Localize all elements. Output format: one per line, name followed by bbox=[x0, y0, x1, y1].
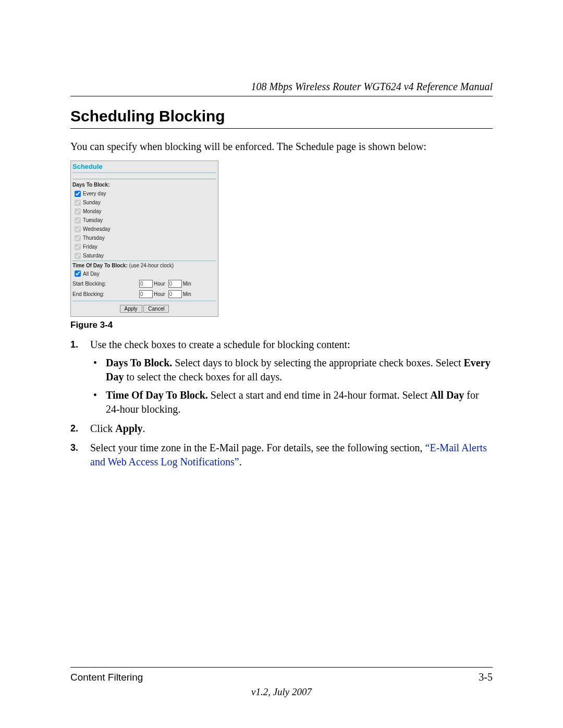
day-label: Wednesday bbox=[83, 225, 111, 233]
day-label: Sunday bbox=[83, 199, 101, 207]
checkbox-all-day[interactable] bbox=[75, 270, 81, 277]
end-hour-input[interactable] bbox=[139, 290, 153, 298]
separator bbox=[72, 261, 216, 261]
day-label: Friday bbox=[83, 243, 97, 251]
day-label: Thursday bbox=[83, 234, 105, 242]
all-day-row[interactable]: All Day bbox=[75, 270, 100, 277]
day-row-thursday[interactable]: Thursday bbox=[75, 234, 105, 242]
footer-rule bbox=[70, 667, 493, 668]
checkbox-monday[interactable] bbox=[75, 208, 81, 215]
start-blocking-label: Start Blocking: bbox=[72, 281, 139, 287]
end-blocking-label: End Blocking: bbox=[72, 291, 139, 297]
bullet-time-of-day: • Time Of Day To Block. Select a start a… bbox=[90, 388, 493, 416]
list-item-3: 3. Select your time zone in the E-Mail p… bbox=[70, 441, 493, 469]
day-row-wednesday[interactable]: Wednesday bbox=[75, 225, 111, 233]
checkbox-thursday[interactable] bbox=[75, 235, 81, 241]
end-blocking-row: End Blocking: Hour Min bbox=[72, 289, 216, 299]
heading-rule bbox=[70, 128, 493, 129]
list-text-end: . bbox=[239, 456, 242, 467]
header-rule bbox=[70, 96, 493, 96]
start-blocking-row: Start Blocking: Hour Min bbox=[72, 279, 216, 288]
section-heading: Scheduling Blocking bbox=[70, 107, 225, 125]
list-text-end: . bbox=[143, 423, 145, 434]
list-text: Select your time zone in the E-Mail page… bbox=[90, 442, 425, 453]
day-label: Monday bbox=[83, 207, 102, 216]
list-text: Use the check boxes to create a schedule… bbox=[90, 339, 350, 350]
day-label: Saturday bbox=[83, 252, 104, 260]
footer-version: v1.2, July 2007 bbox=[0, 686, 563, 698]
list-item-2: 2. Click Apply. bbox=[70, 422, 493, 436]
schedule-panel: Schedule Days To Block: Every day Sunday… bbox=[70, 161, 218, 317]
day-row-friday[interactable]: Friday bbox=[75, 243, 97, 251]
time-of-day-label: Time Of Day To Block: (use 24-hour clock… bbox=[72, 263, 174, 268]
cancel-button[interactable]: Cancel bbox=[143, 305, 169, 313]
doc-title: 108 Mbps Wireless Router WGT624 v4 Refer… bbox=[251, 81, 493, 93]
day-row-tuesday[interactable]: Tuesday bbox=[75, 216, 103, 225]
separator bbox=[72, 179, 216, 179]
separator bbox=[72, 172, 216, 173]
day-row-monday[interactable]: Monday bbox=[75, 207, 102, 216]
end-min-input[interactable] bbox=[168, 290, 182, 298]
list-item-1: 1. Use the check boxes to create a sched… bbox=[70, 338, 493, 416]
footer-page-number: 3-5 bbox=[479, 671, 493, 683]
day-label: Every day bbox=[83, 190, 106, 198]
apply-bold: Apply bbox=[115, 423, 142, 434]
schedule-title: Schedule bbox=[72, 163, 103, 170]
bullet-text: Select days to block by selecting the ap… bbox=[172, 357, 463, 368]
day-row-saturday[interactable]: Saturday bbox=[75, 252, 104, 260]
checkbox-friday[interactable] bbox=[75, 244, 81, 250]
bullet-days-to-block: • Days To Block. Select days to block by… bbox=[90, 356, 493, 384]
checkbox-everyday[interactable] bbox=[75, 191, 81, 197]
list-number: 2. bbox=[70, 422, 78, 436]
checkbox-tuesday[interactable] bbox=[75, 217, 81, 224]
checkbox-wednesday[interactable] bbox=[75, 226, 81, 232]
unit-hour: Hour bbox=[154, 281, 165, 287]
start-hour-input[interactable] bbox=[139, 280, 153, 288]
start-min-input[interactable] bbox=[168, 280, 182, 288]
bullet-bold: Time Of Day To Block. bbox=[106, 389, 208, 401]
time-of-day-bold: Time Of Day To Block: bbox=[72, 263, 128, 268]
list-number: 3. bbox=[70, 441, 78, 455]
days-to-block-label: Days To Block: bbox=[72, 182, 110, 188]
figure-caption: Figure 3-4 bbox=[70, 320, 113, 330]
footer-chapter: Content Filtering bbox=[70, 672, 143, 683]
unit-min: Min bbox=[183, 291, 191, 297]
checkbox-sunday[interactable] bbox=[75, 200, 81, 206]
intro-paragraph: You can specify when blocking will be en… bbox=[70, 139, 493, 154]
day-label: Tuesday bbox=[83, 216, 103, 225]
button-row: Apply Cancel bbox=[71, 305, 218, 313]
checkbox-saturday[interactable] bbox=[75, 253, 81, 259]
list-number: 1. bbox=[70, 338, 78, 352]
bullet-icon: • bbox=[93, 356, 97, 370]
page: 108 Mbps Wireless Router WGT624 v4 Refer… bbox=[0, 0, 563, 728]
all-day-label: All Day bbox=[83, 271, 100, 277]
time-of-day-hint: (use 24-hour clock) bbox=[129, 263, 174, 268]
bullet-icon: • bbox=[93, 388, 97, 402]
bullet-bold-2: All Day bbox=[430, 389, 464, 401]
apply-button[interactable]: Apply bbox=[120, 305, 142, 313]
bullet-text-2: to select the check boxes for all days. bbox=[124, 371, 282, 382]
unit-hour: Hour bbox=[154, 291, 165, 297]
separator bbox=[72, 301, 216, 301]
bullet-text: Select a start and end time in 24-hour f… bbox=[208, 389, 431, 401]
unit-min: Min bbox=[183, 281, 191, 287]
instruction-list: 1. Use the check boxes to create a sched… bbox=[70, 338, 493, 474]
bullet-bold: Days To Block. bbox=[106, 357, 172, 368]
list-text: Click bbox=[90, 423, 115, 434]
day-row-everyday[interactable]: Every day bbox=[75, 190, 106, 198]
day-row-sunday[interactable]: Sunday bbox=[75, 199, 101, 207]
